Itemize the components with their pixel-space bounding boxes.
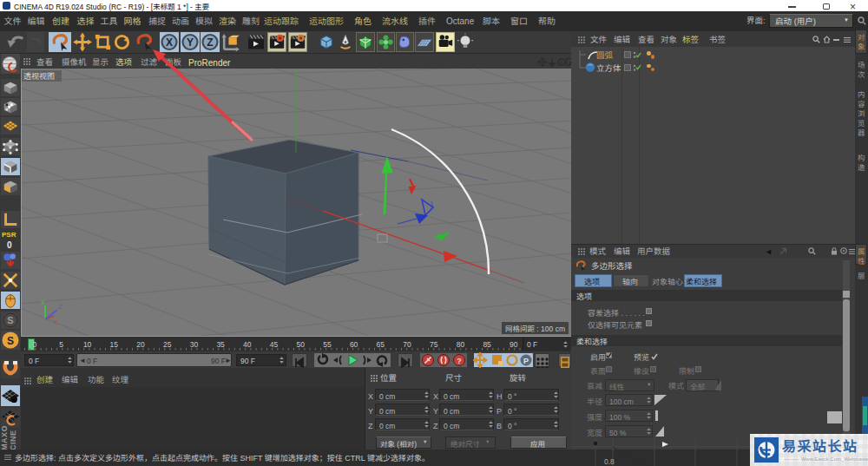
svg-text:0.8: 0.8 <box>604 457 615 466</box>
svg-text:?: ? <box>457 357 462 365</box>
svg-text:P: P <box>523 357 529 365</box>
